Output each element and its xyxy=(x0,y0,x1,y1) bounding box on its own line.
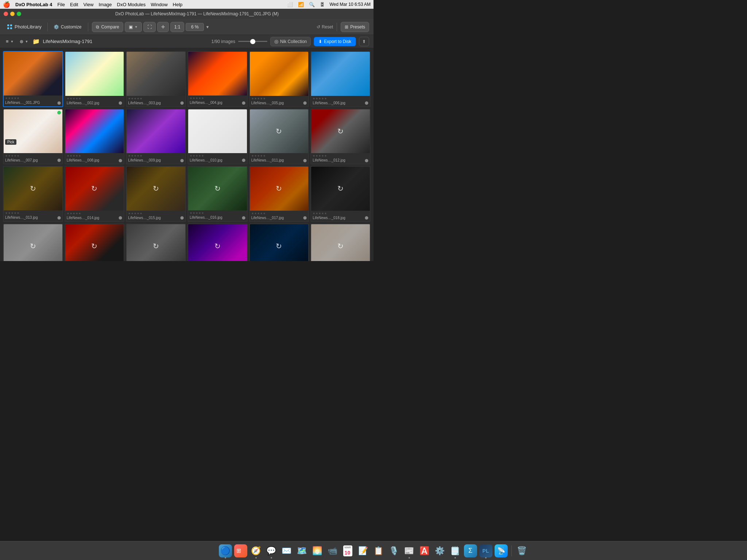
photo-item-15[interactable]: ↻★★★★★LifeNews…_015.jpg⬤ xyxy=(126,166,186,222)
star-3[interactable]: ★ xyxy=(260,154,263,158)
share-button[interactable]: ⬆ xyxy=(359,37,369,46)
star-1[interactable]: ★ xyxy=(70,97,72,100)
star-1[interactable]: ★ xyxy=(70,212,72,215)
star-4[interactable]: ★ xyxy=(324,97,327,100)
customize-button[interactable]: ⚙️ Customize xyxy=(51,23,85,31)
star-4[interactable]: ★ xyxy=(201,154,204,158)
photo-item-6[interactable]: ★★★★★LifeNews…_006.jpg⬤ xyxy=(310,51,371,107)
star-0[interactable]: ★ xyxy=(128,97,131,100)
star-0[interactable]: ★ xyxy=(128,154,131,158)
star-2[interactable]: ★ xyxy=(196,154,198,158)
photo-item-18[interactable]: ↻★★★★★LifeNews…_018.jpg⬤ xyxy=(310,166,371,222)
photo-item-12[interactable]: ↻★★★★★LifeNews…_012.jpg⬤ xyxy=(310,109,371,165)
star-3[interactable]: ★ xyxy=(14,154,16,158)
compare-button[interactable]: ⧉ Compare xyxy=(92,22,123,32)
search-icon[interactable]: 🔍 xyxy=(309,2,315,7)
star-1[interactable]: ★ xyxy=(131,212,133,215)
star-3[interactable]: ★ xyxy=(321,212,324,215)
file-menu[interactable]: File xyxy=(57,2,65,7)
star-4[interactable]: ★ xyxy=(263,97,266,100)
star-2[interactable]: ★ xyxy=(134,212,136,215)
star-3[interactable]: ★ xyxy=(137,212,139,215)
star-3[interactable]: ★ xyxy=(14,97,16,100)
star-0[interactable]: ★ xyxy=(313,154,315,158)
star-0[interactable]: ★ xyxy=(313,212,315,215)
photo-item-24[interactable]: ↻★★★★★LifeNews…_024.jpg⬤ xyxy=(310,223,371,261)
star-3[interactable]: ★ xyxy=(321,154,324,158)
star-4[interactable]: ★ xyxy=(263,212,266,215)
star-1[interactable]: ★ xyxy=(131,97,133,100)
star-1[interactable]: ★ xyxy=(193,154,195,158)
photo-item-3[interactable]: ★★★★★LifeNews…_003.jpg⬤ xyxy=(126,51,186,107)
star-4[interactable]: ★ xyxy=(78,97,81,100)
star-0[interactable]: ★ xyxy=(5,154,8,158)
star-2[interactable]: ★ xyxy=(134,97,136,100)
star-3[interactable]: ★ xyxy=(76,97,78,100)
star-2[interactable]: ★ xyxy=(318,154,321,158)
photo-item-13[interactable]: ↻★★★★★LifeNews…_013.jpg⬤ xyxy=(3,166,63,222)
star-2[interactable]: ★ xyxy=(11,154,13,158)
star-4[interactable]: ★ xyxy=(140,97,142,100)
star-2[interactable]: ★ xyxy=(318,97,321,100)
photo-item-23[interactable]: ↻★★★★★LifeNews…_023.jpg⬤ xyxy=(249,223,309,261)
star-2[interactable]: ★ xyxy=(257,212,260,215)
star-2[interactable]: ★ xyxy=(257,97,260,100)
filter-button[interactable]: ⊛ ▼ xyxy=(18,38,30,45)
apple-menu[interactable]: 🍎 xyxy=(3,1,10,8)
thumbnail-size-slider[interactable] xyxy=(238,41,267,42)
star-3[interactable]: ★ xyxy=(137,97,139,100)
star-4[interactable]: ★ xyxy=(78,212,81,215)
image-menu[interactable]: Image xyxy=(98,2,112,7)
star-3[interactable]: ★ xyxy=(76,154,78,158)
photo-item-21[interactable]: ↻★★★★★LifeNews…_021.jpg⬤ xyxy=(126,223,186,261)
star-1[interactable]: ★ xyxy=(254,97,257,100)
star-0[interactable]: ★ xyxy=(5,211,8,215)
star-4[interactable]: ★ xyxy=(324,154,327,158)
star-2[interactable]: ★ xyxy=(11,211,13,215)
photo-item-11[interactable]: ↻★★★★★LifeNews…_011.jpg⬤ xyxy=(249,109,309,165)
star-3[interactable]: ★ xyxy=(260,212,263,215)
star-3[interactable]: ★ xyxy=(137,154,139,158)
photo-item-19[interactable]: ↻★★★★★LifeNews…_019.jpg⬤ xyxy=(3,223,63,261)
star-2[interactable]: ★ xyxy=(11,97,13,100)
photo-item-2[interactable]: ★★★★★LifeNews…_002.jpg⬤ xyxy=(65,51,125,107)
star-1[interactable]: ★ xyxy=(316,212,318,215)
photo-item-7[interactable]: Pick★★★★★LifeNews…_007.jpg⬤ xyxy=(3,109,63,165)
photo-item-14[interactable]: ↻★★★★★LifeNews…_014.jpg⬤ xyxy=(65,166,125,222)
star-4[interactable]: ★ xyxy=(324,212,327,215)
photo-item-9[interactable]: ★★★★★LifeNews…_009.jpg⬤ xyxy=(126,109,186,165)
minimize-window-button[interactable] xyxy=(10,12,15,16)
sort-button[interactable]: ≡ ▼ xyxy=(4,38,15,45)
star-4[interactable]: ★ xyxy=(17,154,19,158)
star-1[interactable]: ★ xyxy=(193,97,195,100)
dxo-modules-menu[interactable]: DxO Modules xyxy=(117,2,146,7)
reset-button[interactable]: ↺ Reset xyxy=(317,24,333,30)
star-2[interactable]: ★ xyxy=(318,212,321,215)
star-2[interactable]: ★ xyxy=(196,211,198,215)
star-3[interactable]: ★ xyxy=(198,154,201,158)
star-4[interactable]: ★ xyxy=(78,154,81,158)
star-0[interactable]: ★ xyxy=(313,97,315,100)
star-3[interactable]: ★ xyxy=(14,211,16,215)
photo-item-8[interactable]: ★★★★★LifeNews…_008.jpg⬤ xyxy=(65,109,125,165)
nik-collection-button[interactable]: ◎ Nik Collection xyxy=(270,37,311,46)
star-3[interactable]: ★ xyxy=(260,97,263,100)
window-menu[interactable]: Window xyxy=(151,2,167,7)
star-0[interactable]: ★ xyxy=(128,212,131,215)
star-0[interactable]: ★ xyxy=(67,212,69,215)
star-0[interactable]: ★ xyxy=(190,97,192,100)
star-1[interactable]: ★ xyxy=(254,154,257,158)
star-2[interactable]: ★ xyxy=(73,212,75,215)
star-2[interactable]: ★ xyxy=(257,154,260,158)
star-4[interactable]: ★ xyxy=(201,211,204,215)
star-2[interactable]: ★ xyxy=(196,97,198,100)
star-2[interactable]: ★ xyxy=(134,154,136,158)
zoom-1to1-button[interactable]: 1:1 xyxy=(170,22,185,32)
star-4[interactable]: ★ xyxy=(17,97,19,100)
star-1[interactable]: ★ xyxy=(8,97,11,100)
photo-item-5[interactable]: ★★★★★LifeNews…_005.jpg⬤ xyxy=(249,51,309,107)
star-1[interactable]: ★ xyxy=(193,211,195,215)
view-options-button[interactable]: ▣ ▼ xyxy=(125,22,142,32)
star-1[interactable]: ★ xyxy=(316,154,318,158)
star-1[interactable]: ★ xyxy=(8,154,11,158)
